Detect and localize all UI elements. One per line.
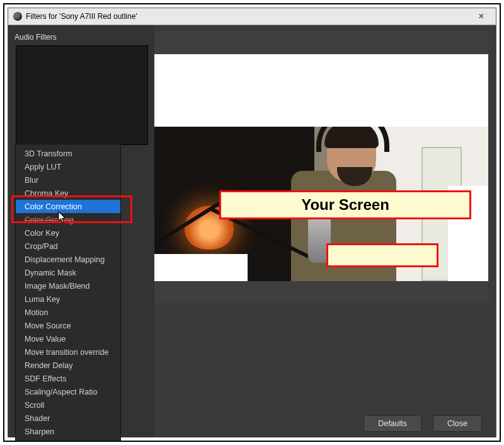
- menu-item-crop-pad[interactable]: Crop/Pad: [16, 240, 120, 253]
- menu-item-move-transition-override[interactable]: Move transition override: [16, 345, 120, 359]
- close-button[interactable]: Close: [433, 415, 482, 432]
- menu-item-luma-key[interactable]: Luma Key: [16, 292, 120, 306]
- cursor-icon: [58, 212, 67, 226]
- menu-item-dynamic-mask[interactable]: Dynamic Mask: [16, 266, 120, 279]
- menu-item-render-delay[interactable]: Render Delay: [16, 359, 120, 372]
- menu-item-image-mask-blend[interactable]: Image Mask/Blend: [16, 279, 120, 292]
- menu-item-color-correction[interactable]: Color Correction: [16, 200, 120, 213]
- menu-item-sdf-effects[interactable]: SDF Effects: [16, 372, 120, 385]
- menu-item-color-grading[interactable]: Color Grading: [16, 213, 120, 226]
- menu-item-move-value[interactable]: Move Value: [16, 332, 120, 345]
- titlebar[interactable]: Filters for 'Sony A7III Red outline' ×: [8, 8, 496, 25]
- menu-item-blur[interactable]: Blur: [16, 173, 120, 187]
- add-filter-menu[interactable]: 3D TransformApply LUTBlurChroma KeyColor…: [15, 144, 121, 441]
- menu-item-apply-lut[interactable]: Apply LUT: [16, 160, 120, 173]
- menu-item-displacement-mapping[interactable]: Displacement Mapping: [16, 253, 120, 266]
- menu-item-move-source[interactable]: Move Source: [16, 319, 120, 332]
- obs-icon: [13, 12, 22, 21]
- annotation-small: [326, 243, 438, 267]
- menu-item-shader[interactable]: Shader: [16, 412, 120, 425]
- menu-item-scroll[interactable]: Scroll: [16, 398, 120, 412]
- defaults-button[interactable]: Defaults: [364, 415, 421, 432]
- menu-item-scaling-aspect-ratio[interactable]: Scaling/Aspect Ratio: [16, 385, 120, 398]
- audio-filters-label: Audio Filters: [8, 30, 154, 45]
- annotation-your-screen: Your Screen: [219, 190, 471, 219]
- audio-filters-list[interactable]: [16, 45, 148, 145]
- main-panel: [154, 25, 496, 437]
- window-title: Filters for 'Sony A7III Red outline': [26, 12, 472, 21]
- menu-item-color-key[interactable]: Color Key: [16, 226, 120, 240]
- menu-item-sharpen[interactable]: Sharpen: [16, 425, 120, 438]
- menu-item-3d-transform[interactable]: 3D Transform: [16, 147, 120, 160]
- menu-item-motion[interactable]: Motion: [16, 306, 120, 319]
- close-icon[interactable]: ×: [472, 11, 491, 22]
- menu-item-chroma-key[interactable]: Chroma Key: [16, 187, 120, 200]
